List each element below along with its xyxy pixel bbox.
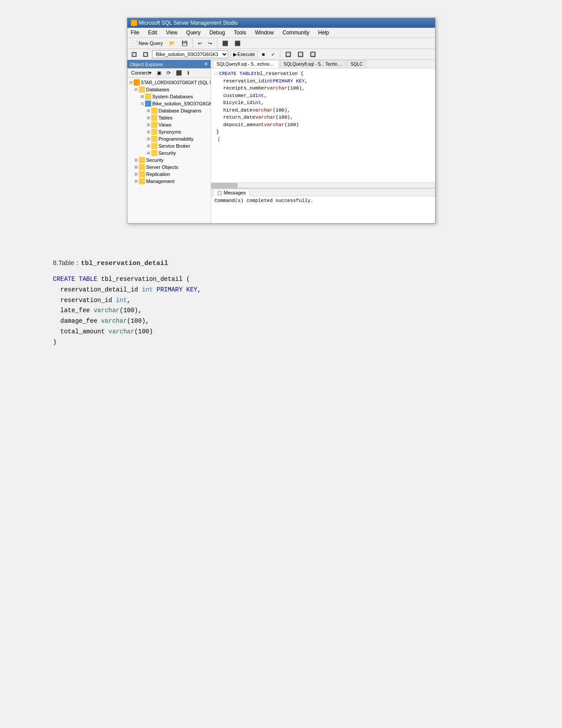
tree-management[interactable]: ⊞ Management: [127, 178, 211, 185]
oe-content: ⊟ STAR_LORD\S9O37G6GKT (SQL Serv ⊟ Datab…: [127, 78, 211, 223]
views-icon: [151, 122, 157, 128]
menu-help[interactable]: Help: [316, 29, 331, 37]
tree-databases[interactable]: ⊟ Databases: [127, 86, 211, 93]
redo-button[interactable]: ↪: [206, 40, 214, 47]
oe-stop-button[interactable]: ⬛: [174, 69, 184, 77]
bike-db-expand-icon: ⊟: [140, 101, 145, 106]
new-query-button[interactable]: 📄 New Query: [129, 39, 165, 47]
toolbar-btn5[interactable]: 🔲: [283, 51, 294, 58]
messages-tab-icon: 📋: [217, 190, 222, 195]
so-expand-icon: ⊞: [134, 164, 139, 170]
rep-expand-icon: ⊞: [134, 172, 139, 177]
menu-window[interactable]: Window: [253, 29, 275, 37]
oe-refresh-button[interactable]: ⟳: [164, 69, 173, 77]
execute-label: Execute: [238, 52, 255, 57]
editor-area: SQLQuery9.sql - S...echno Park (60))* SQ…: [211, 60, 435, 223]
messages-tab[interactable]: 📋 Messages: [213, 189, 250, 196]
tables-expand-icon: ⊞: [146, 115, 151, 120]
menu-edit[interactable]: Edit: [146, 29, 159, 37]
separator3: [280, 50, 280, 59]
app-icon: [131, 20, 137, 26]
tree-db-diagrams[interactable]: ⊞ Database Diagrams: [127, 107, 211, 114]
sql-line-5: bicycle_id int,: [215, 99, 432, 107]
debug-button[interactable]: ■: [260, 51, 267, 58]
sql-line-9: }: [215, 128, 432, 136]
execute-icon: ▶: [233, 52, 237, 57]
sql-line-6: hired_date varchar(100),: [215, 107, 432, 114]
tree-views[interactable]: ⊞ Views: [127, 121, 211, 128]
sql-line-3: receipts_number varchar(100),: [215, 85, 432, 92]
open-file-button[interactable]: 📂: [167, 40, 178, 47]
tree-programmability[interactable]: ⊞ Programmability: [127, 135, 211, 142]
save-button[interactable]: 💾: [179, 40, 190, 47]
toolbar-btn7[interactable]: 🔲: [308, 51, 318, 58]
mgmt-icon: [139, 178, 145, 184]
tree-system-databases[interactable]: ⊞ System Databases: [127, 93, 211, 100]
code-line-7: ): [53, 337, 509, 348]
databases-expand-icon: ⊟: [134, 87, 139, 92]
messages-area: 📋 Messages Command(s) completed successf…: [211, 188, 435, 223]
tree-replication[interactable]: ⊞ Replication: [127, 171, 211, 178]
sys-db-icon: [145, 93, 151, 100]
sb-icon: [151, 143, 157, 149]
prog-icon: [151, 136, 157, 142]
menu-query[interactable]: Query: [184, 29, 202, 37]
toolbar-btn3[interactable]: ⬛: [220, 40, 231, 47]
code-line-6: total_amount varchar(100): [53, 327, 509, 337]
oe-title: Object Explorer: [130, 62, 164, 67]
toolbar-icon2[interactable]: 🔲: [141, 51, 150, 58]
tree-server[interactable]: ⊟ STAR_LORD\S9O37G6GKT (SQL Serv: [127, 79, 211, 86]
tab-sqlquery9[interactable]: SQLQuery9.sql - S...echno Park (60))*: [213, 60, 279, 68]
parse-button[interactable]: ✓: [269, 51, 277, 58]
messages-content: Command(s) completed successfully.: [211, 196, 435, 223]
tables-icon: [151, 115, 157, 121]
tree-security-inner[interactable]: ⊞ Security: [127, 149, 211, 157]
section-heading: 8.Table：tbl_reservation_detail: [53, 259, 509, 267]
menu-file[interactable]: File: [129, 29, 141, 37]
menu-tools[interactable]: Tools: [232, 29, 248, 37]
toolbar-row1: 📄 New Query 📂 💾 ↩ ↪ ⬛ ⬛: [127, 38, 435, 49]
tree-bike-db[interactable]: ⊟ Bike_solution_S9O37G6GK7: [127, 100, 211, 107]
so-icon: [139, 164, 145, 170]
toolbar-btn6[interactable]: 🔲: [295, 51, 306, 58]
collapse-icon: □: [215, 70, 218, 78]
oe-toolbar: Connect▾ ▣ ⟳ ⬛ ℹ: [127, 68, 211, 78]
databases-icon: [139, 86, 145, 93]
sql-line-7: return_date varchar(100),: [215, 114, 432, 121]
execute-button[interactable]: ▶ Execute: [230, 51, 258, 58]
toolbar-icon1[interactable]: 🔲: [129, 51, 139, 58]
bike-db-icon: [145, 101, 151, 107]
horizontal-scrollbar[interactable]: [211, 183, 435, 188]
main-area: Object Explorer ✕ Connect▾ ▣ ⟳ ⬛ ℹ ⊟: [127, 60, 435, 223]
oe-properties-button[interactable]: ℹ: [185, 69, 191, 77]
menu-debug[interactable]: Debug: [208, 29, 227, 37]
sql-cursor-line[interactable]: |: [215, 136, 432, 143]
tab-sqlquery8[interactable]: SQLQuery8.sql - S... Techno Park (59)): [280, 60, 346, 68]
tree-server-objects[interactable]: ⊞ Server Objects: [127, 164, 211, 171]
menu-view[interactable]: View: [164, 29, 179, 37]
server-expand-icon: ⊟: [128, 80, 134, 85]
oe-header: Object Explorer ✕: [127, 60, 211, 68]
toolbar-row2: 🔲 🔲 Bike_solution_S9O37G6GK1 ▶ Execute ■…: [127, 49, 435, 60]
code-line-2: reservation_detail_id int PRIMARY KEY,: [53, 285, 509, 295]
toolbar-btn4[interactable]: ⬛: [232, 40, 243, 47]
tree-synonyms[interactable]: ⊞ Synonyms: [127, 128, 211, 135]
tree-tables[interactable]: ⊞ Tables: [127, 114, 211, 121]
sb-expand-icon: ⊞: [146, 143, 151, 149]
oe-connect-button[interactable]: Connect▾: [129, 69, 154, 77]
oe-filter-button[interactable]: ▣: [155, 69, 164, 77]
code-line-5: damage_fee varchar(100),: [53, 316, 509, 327]
menu-community[interactable]: Community: [281, 29, 311, 37]
tab-sqlc[interactable]: SQLC: [347, 60, 367, 68]
sql-line-1: □ CREATE TABLE tbl_reservation {: [215, 70, 432, 78]
sql-line-4: customer_id int,: [215, 92, 432, 100]
sql-line-2: reservation_id int PRIMARY KEY,: [215, 78, 432, 85]
sys-db-expand-icon: ⊞: [140, 94, 145, 99]
tree-security-outer[interactable]: ⊞ Security: [127, 157, 211, 164]
tree-service-broker[interactable]: ⊞ Service Broker: [127, 142, 211, 149]
sql-editor-content[interactable]: □ CREATE TABLE tbl_reservation { reserva…: [211, 68, 435, 183]
sec-outer-icon: [139, 157, 145, 163]
database-selector[interactable]: Bike_solution_S9O37G6GK1: [152, 50, 228, 58]
oe-close-icon: ✕: [204, 61, 208, 67]
undo-button[interactable]: ↩: [196, 40, 204, 47]
